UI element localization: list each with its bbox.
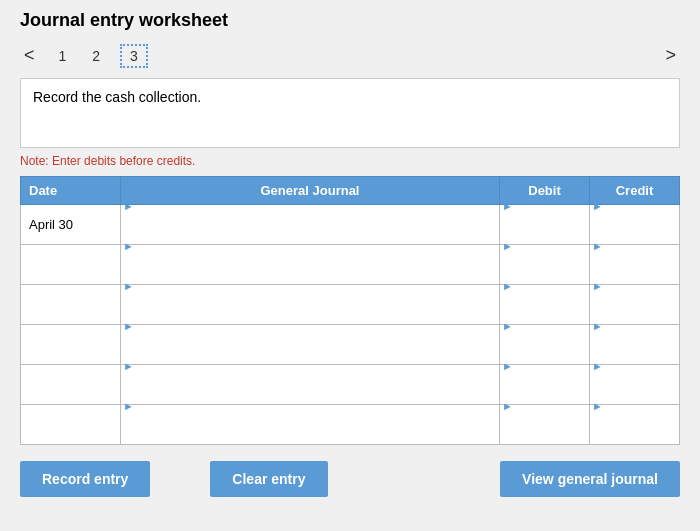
- credit-input-1[interactable]: [590, 213, 679, 252]
- navigation-row: < 1 2 3 >: [20, 43, 680, 68]
- page-title: Journal entry worksheet: [20, 10, 680, 31]
- record-entry-button[interactable]: Record entry: [20, 461, 150, 497]
- note-text: Note: Enter debits before credits.: [20, 154, 680, 168]
- date-cell-3: [21, 285, 121, 325]
- debit-input-6[interactable]: [500, 413, 589, 452]
- journal-input-6[interactable]: [121, 413, 499, 452]
- credit-input-5[interactable]: [590, 373, 679, 412]
- debit-input-1[interactable]: [500, 213, 589, 252]
- debit-input-3[interactable]: [500, 293, 589, 332]
- date-cell-6: [21, 405, 121, 445]
- credit-input-3[interactable]: [590, 293, 679, 332]
- credit-input-4[interactable]: [590, 333, 679, 372]
- journal-input-5[interactable]: [121, 373, 499, 412]
- header-debit: Debit: [500, 177, 590, 205]
- journal-table: Date General Journal Debit Credit April …: [20, 176, 680, 445]
- journal-input-1[interactable]: [121, 213, 499, 252]
- view-general-journal-button[interactable]: View general journal: [500, 461, 680, 497]
- date-cell-1: April 30: [21, 205, 121, 245]
- debit-input-2[interactable]: [500, 253, 589, 292]
- header-date: Date: [21, 177, 121, 205]
- journal-input-2[interactable]: [121, 253, 499, 292]
- journal-input-3[interactable]: [121, 293, 499, 332]
- credit-cell-1[interactable]: ►: [590, 205, 680, 245]
- buttons-row: Record entry Clear entry View general jo…: [20, 461, 680, 497]
- nav-left-arrow[interactable]: <: [20, 43, 39, 68]
- nav-right-arrow[interactable]: >: [661, 43, 680, 68]
- debit-cell-1[interactable]: ►: [500, 205, 590, 245]
- credit-input-2[interactable]: [590, 253, 679, 292]
- date-cell-5: [21, 365, 121, 405]
- credit-input-6[interactable]: [590, 413, 679, 452]
- header-general-journal: General Journal: [121, 177, 500, 205]
- journal-cell-1[interactable]: ►: [121, 205, 500, 245]
- journal-input-4[interactable]: [121, 333, 499, 372]
- nav-item-2[interactable]: 2: [86, 46, 106, 66]
- clear-entry-button[interactable]: Clear entry: [210, 461, 327, 497]
- date-cell-4: [21, 325, 121, 365]
- description-text: Record the cash collection.: [33, 89, 201, 105]
- debit-input-5[interactable]: [500, 373, 589, 412]
- debit-input-4[interactable]: [500, 333, 589, 372]
- nav-item-1[interactable]: 1: [53, 46, 73, 66]
- description-box: Record the cash collection.: [20, 78, 680, 148]
- date-cell-2: [21, 245, 121, 285]
- table-row: April 30 ► ► ►: [21, 205, 680, 245]
- header-credit: Credit: [590, 177, 680, 205]
- nav-item-3[interactable]: 3: [120, 44, 148, 68]
